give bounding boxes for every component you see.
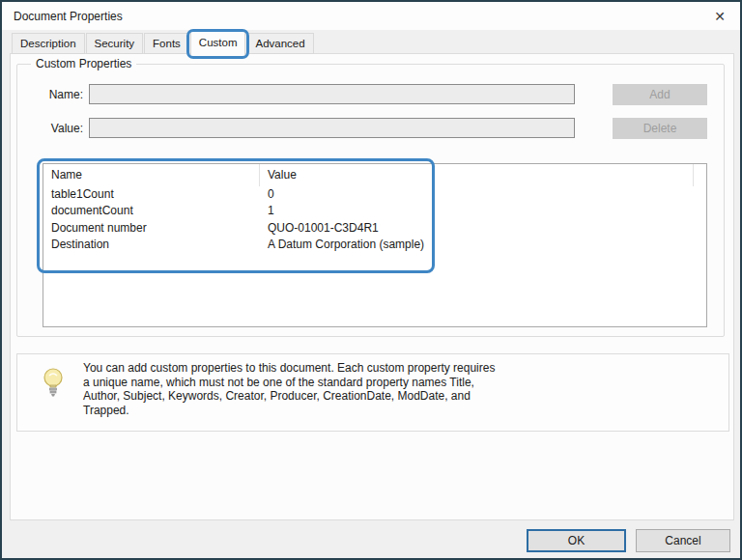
tab-fonts[interactable]: Fonts	[144, 33, 189, 54]
close-icon[interactable]: ✕	[711, 8, 728, 25]
name-input[interactable]	[89, 84, 575, 104]
tip-line: Trapped.	[83, 404, 566, 418]
title-bar: Document Properties ✕	[2, 2, 740, 30]
cancel-button[interactable]: Cancel	[636, 529, 730, 552]
value-input[interactable]	[89, 118, 575, 138]
custom-properties-groupbox: Custom Properties Name: Add Value: Delet…	[16, 64, 725, 337]
window-title: Document Properties	[14, 10, 123, 23]
delete-button[interactable]: Delete	[613, 118, 707, 139]
value-label: Value:	[43, 122, 83, 135]
custom-properties-list: Name Value table1Count 0 documentCount 1…	[43, 163, 707, 327]
list-header: Name Value	[43, 164, 706, 186]
list-row[interactable]: table1Count 0	[43, 186, 706, 203]
groupbox-label: Custom Properties	[31, 57, 136, 70]
tip-line: Author, Subject, Keywords, Creator, Prod…	[83, 389, 566, 404]
tab-advanced[interactable]: Advanced	[246, 33, 313, 54]
document-properties-dialog: Document Properties ✕ Description Securi…	[0, 0, 742, 560]
property-value: 0	[260, 186, 706, 203]
tab-security[interactable]: Security	[86, 33, 144, 54]
tab-custom[interactable]: Custom	[190, 31, 246, 55]
ok-button[interactable]: OK	[527, 529, 626, 552]
name-field-row: Name: Add	[17, 84, 724, 105]
property-name: Document number	[43, 220, 260, 237]
tab-custom-label: Custom	[199, 37, 238, 48]
tip-line: You can add custom properties to this do…	[83, 361, 566, 376]
column-header-value[interactable]: Value	[260, 164, 694, 186]
property-value: 1	[260, 203, 706, 219]
lightbulb-icon	[42, 367, 65, 405]
property-name: documentCount	[43, 203, 260, 219]
column-header-name[interactable]: Name	[43, 164, 260, 186]
tab-strip: Description Security Fonts Custom Advanc…	[12, 32, 315, 54]
property-name: table1Count	[43, 186, 260, 203]
property-name: Destination	[43, 237, 260, 253]
custom-tab-page: Custom Properties Name: Add Value: Delet…	[10, 53, 734, 520]
tip-box: You can add custom properties to this do…	[16, 353, 729, 432]
add-button[interactable]: Add	[613, 84, 707, 105]
tab-description[interactable]: Description	[12, 33, 85, 54]
tip-text: You can add custom properties to this do…	[83, 361, 566, 417]
dialog-footer: OK Cancel	[2, 518, 740, 558]
list-row[interactable]: documentCount 1	[43, 203, 706, 219]
property-value: QUO-01001-C3D4R1	[260, 220, 706, 237]
list-row[interactable]: Document number QUO-01001-C3D4R1	[43, 220, 706, 237]
property-value: A Datum Corporation (sample)	[260, 237, 706, 253]
list-row[interactable]: Destination A Datum Corporation (sample)	[43, 237, 706, 253]
value-field-row: Value: Delete	[17, 118, 724, 139]
name-label: Name:	[43, 88, 83, 101]
tip-line: a unique name, which must not be one of …	[83, 376, 566, 390]
